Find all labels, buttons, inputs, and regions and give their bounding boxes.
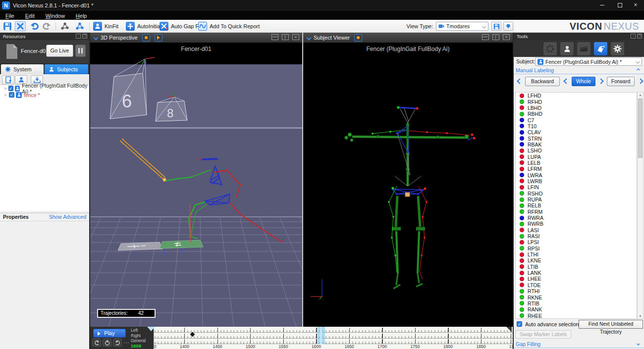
close-viewport-button[interactable]: × [292,34,299,40]
center-on-subject-button[interactable] [354,34,362,42]
delete-button[interactable] [15,21,26,31]
marker-row[interactable]: LBHD [516,105,637,111]
marker-row[interactable]: LANK [516,270,637,276]
3d-perspective-title[interactable]: 3D Perspective [101,35,138,41]
go-live-button[interactable]: Go Live [46,45,73,57]
marker-row[interactable]: LUPA [516,153,637,159]
split-vertical-button[interactable] [282,34,289,40]
scroll-up-icon[interactable]: ▲ [638,93,643,97]
subject-tree-row[interactable]: > ✓ Fencer (PlugInGait FullBody Ai) * [0,85,89,92]
marker-row[interactable]: LSHO [516,148,637,153]
marker-row[interactable]: RUPA [516,197,637,202]
range-start-marker-icon[interactable] [147,327,155,331]
reconstruct-markers-button[interactable] [59,21,70,31]
loop-backward-button[interactable] [92,339,101,347]
subject-checkbox[interactable]: ✓ [9,92,14,98]
marker-row[interactable]: RANK [516,306,637,312]
menu-item[interactable]: Window [40,11,70,20]
camera-calibration-tool-button[interactable] [543,42,557,55]
swap-marker-labels-button[interactable]: Swap Marker Labels [515,330,571,339]
subject-viewer-title[interactable]: Subject Viewer [314,35,350,41]
subject-checkbox[interactable]: ✓ [8,86,13,91]
marker-row[interactable]: LTHI [516,251,637,257]
current-frame-band[interactable] [318,327,325,344]
split-vertical-button[interactable] [492,34,499,40]
follow-subject-button[interactable] [155,34,162,42]
forward-button[interactable]: Forward [607,77,635,86]
prev-chevron-icon[interactable] [563,78,569,84]
marker-row[interactable]: LWRB [516,178,637,184]
save-view-button[interactable] [491,22,501,31]
expand-chevron-icon[interactable]: > [4,86,8,91]
more-options-label[interactable]: ... [124,339,129,344]
marker-row[interactable]: LASI [516,227,637,233]
subject-dropdown[interactable]: Fencer (PlugInGait FullBody Ai) * [535,57,642,66]
split-horizontal-button[interactable] [271,34,278,40]
new-subject-button[interactable] [2,75,14,84]
scrollbar-thumb[interactable] [638,99,643,158]
maximize-button[interactable] [611,0,628,11]
timeline-track-general[interactable] [154,339,513,344]
marker-row[interactable]: LFIN [516,184,637,190]
collapse-chevron-icon[interactable] [637,68,640,72]
marker-row[interactable]: LTIB [516,264,637,270]
marker-row[interactable]: RTHI [516,288,637,294]
marker-row[interactable]: RFHD [516,99,637,104]
marker-row[interactable]: LHEE [516,276,637,282]
range-end-marker-icon[interactable] [506,327,512,332]
pin-icon[interactable]: ↑ [631,34,636,39]
gap-filling-section[interactable]: Gap Filling [514,341,644,349]
pause-button[interactable] [75,45,86,57]
marker-row[interactable]: RASI [516,233,637,239]
center-on-subject-button[interactable] [142,34,150,42]
timeline-ruler[interactable]: 1350140014501500155016001650170017501800… [154,327,513,349]
subject-scene[interactable]: Fencer (PlugInGait FullBody Ai) [303,43,513,327]
scroll-down-icon[interactable]: ▼ [638,314,643,318]
view-menu-chevron-icon[interactable] [94,35,99,40]
expand-chevron-icon[interactable]: > [4,93,9,98]
pin-icon[interactable]: ↑ [76,34,81,39]
view-type-dropdown[interactable]: Tmodares [436,22,488,31]
label-edit-tool-button[interactable] [594,42,607,55]
capture-tool-button[interactable] [577,42,590,55]
3d-scene[interactable]: 6 8 [90,43,302,327]
timeline-track-right[interactable] [154,333,513,339]
float-icon[interactable]: ❐ [82,34,87,39]
auto-gap-fill-button[interactable]: Auto Gap Fill [160,21,203,31]
marker-row[interactable]: RSHO [516,191,637,197]
manual-labeling-section[interactable]: Manual Labeling [514,67,644,74]
marker-row[interactable]: RFRM [516,209,637,215]
split-horizontal-button[interactable] [482,34,489,40]
subject-preparation-tool-button[interactable] [560,42,574,55]
menu-item[interactable]: File [0,11,20,20]
marker-row[interactable]: RELB [516,202,637,208]
marker-row[interactable]: RKNE [516,294,637,300]
timeline-track-left[interactable] [154,327,513,333]
whole-button[interactable]: Whole [572,77,595,86]
marker-row[interactable]: RWRB [516,221,637,227]
view-menu-chevron-icon[interactable] [307,35,312,40]
play-button[interactable]: Play [93,329,126,338]
marker-row[interactable]: LTOE [516,282,637,288]
pipeline-tool-button[interactable] [611,42,624,55]
marker-row[interactable]: LFHD [516,93,637,99]
kinfit-button[interactable]: KinFit [93,21,118,31]
prev-chevron-icon[interactable] [517,78,522,84]
marker-row[interactable]: RWRA [516,215,637,221]
marker-row[interactable]: LPSI [516,239,637,245]
next-chevron-icon[interactable] [638,78,643,84]
tab-subjects[interactable]: Subjects [45,64,88,74]
add-to-quick-report-button[interactable]: Add To Quick Report [198,21,260,31]
marker-row[interactable]: LWRA [516,172,637,178]
undo-button[interactable] [29,21,40,31]
marker-row[interactable]: RBHD [516,111,637,117]
save-button[interactable] [2,21,13,31]
auto-advance-checkbox[interactable]: ✓ [517,321,522,327]
marker-list-scrollbar[interactable]: ▲ ▼ [637,92,644,319]
marker-row[interactable]: LELB [516,160,637,166]
show-advanced-link[interactable]: Show Advanced [49,213,86,221]
stop-at-end-button[interactable] [103,339,111,347]
marker-row[interactable]: LKNE [516,257,637,263]
view-options-button[interactable] [503,22,513,31]
loop-forward-button[interactable] [113,339,122,347]
